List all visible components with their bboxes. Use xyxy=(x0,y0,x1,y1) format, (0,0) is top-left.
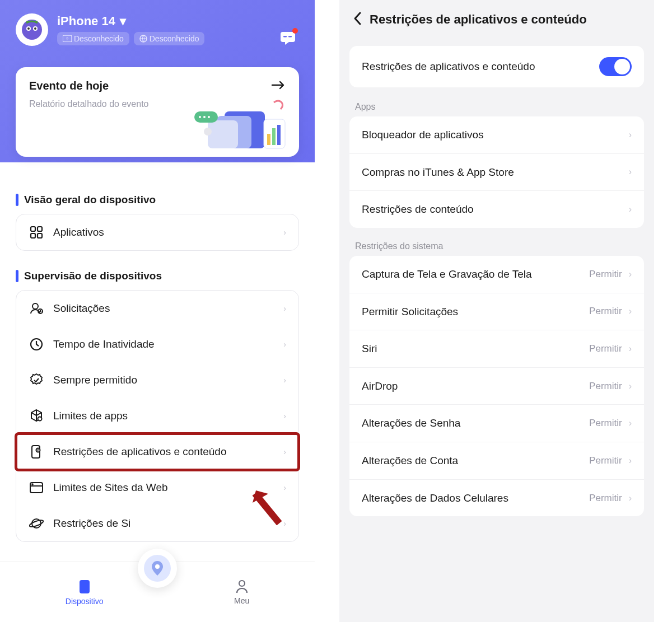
svg-point-24 xyxy=(204,128,212,135)
nav-me[interactable]: Meu xyxy=(234,579,249,605)
clock-icon xyxy=(29,336,44,352)
section-indicator-icon xyxy=(16,270,18,282)
notification-dot-icon xyxy=(292,28,298,34)
row-label: Alterações de Conta xyxy=(362,453,458,468)
device-selector[interactable]: iPhone 14 ▾ xyxy=(57,14,204,29)
chevron-right-icon: › xyxy=(283,228,286,237)
svg-rect-17 xyxy=(267,134,270,145)
row-label: Restrições de Si xyxy=(53,517,274,530)
nav-label: Dispositivo xyxy=(66,597,104,606)
chevron-right-icon: › xyxy=(283,483,286,492)
row-label: Solicitações xyxy=(53,302,274,315)
row-status: Permitir xyxy=(589,306,622,317)
row-label: Permitir Solicitações xyxy=(362,305,458,319)
itunes-purchases-row[interactable]: Compras no iTunes & App Store › xyxy=(349,153,644,191)
row-label: Limites de Sites da Web xyxy=(53,481,274,494)
row-label: AirDrop xyxy=(362,379,398,394)
page-title: Restrições de aplicativos e conteúdo xyxy=(370,12,587,27)
svg-rect-11 xyxy=(283,36,287,38)
web-limits-row[interactable]: Limites de Sites da Web › xyxy=(16,470,298,506)
row-status: Permitir xyxy=(589,381,622,392)
svg-point-3 xyxy=(27,27,30,30)
row-status: Permitir xyxy=(589,269,622,280)
toggle-label: Restrições de aplicativos e conteúdo xyxy=(362,60,535,73)
svg-rect-39 xyxy=(80,580,90,593)
svg-point-29 xyxy=(32,303,38,309)
svg-rect-12 xyxy=(288,36,292,38)
row-label: Captura de Tela e Gravação de Tela xyxy=(362,267,532,282)
svg-point-22 xyxy=(203,116,206,118)
svg-point-36 xyxy=(32,484,33,485)
chevron-right-icon: › xyxy=(629,204,632,214)
apps-row[interactable]: Aplicativos › xyxy=(16,214,298,250)
site-restrictions-row[interactable]: Restrições de Si › xyxy=(16,506,298,541)
content-restrictions-row[interactable]: Restrições de conteúdo › xyxy=(349,190,644,228)
chevron-right-icon: › xyxy=(629,306,632,316)
chat-button[interactable] xyxy=(277,27,299,49)
requests-row[interactable]: Solicitações › xyxy=(16,291,298,326)
siri-row[interactable]: Siri Permitir› xyxy=(349,330,644,367)
screen-recording-row[interactable]: Captura de Tela e Gravação de Tela Permi… xyxy=(349,256,644,293)
nav-device[interactable]: Dispositivo xyxy=(66,579,104,606)
svg-point-32 xyxy=(38,417,42,421)
chevron-right-icon: › xyxy=(629,418,632,428)
event-illustration xyxy=(191,99,289,155)
chevron-right-icon: › xyxy=(629,344,632,354)
row-status: Permitir xyxy=(589,455,622,466)
avatar[interactable] xyxy=(16,13,48,46)
row-label: Compras no iTunes & App Store xyxy=(362,165,514,180)
row-label: Bloqueador de aplicativos xyxy=(362,128,484,142)
airdrop-row[interactable]: AirDrop Permitir› xyxy=(349,367,644,405)
app-limits-row[interactable]: Limites de apps › xyxy=(16,398,298,434)
svg-rect-19 xyxy=(277,125,281,145)
svg-point-40 xyxy=(155,564,160,569)
svg-rect-25 xyxy=(31,227,35,231)
restrictions-toggle[interactable] xyxy=(599,57,632,76)
row-status: Permitir xyxy=(589,493,622,504)
svg-point-5 xyxy=(26,21,29,23)
content-restrictions-row[interactable]: Restrições de aplicativos e conteúdo › xyxy=(16,434,298,470)
phone-gear-icon xyxy=(29,444,44,460)
section-indicator-icon xyxy=(16,194,18,206)
chevron-right-icon: › xyxy=(283,447,286,456)
row-label: Restrições de conteúdo xyxy=(362,202,474,217)
back-button[interactable] xyxy=(353,11,362,28)
chevron-right-icon: › xyxy=(629,456,632,466)
event-card[interactable]: Evento de hoje Relatório detalhado do ev… xyxy=(16,67,299,157)
svg-rect-15 xyxy=(208,120,238,148)
chevron-right-icon: › xyxy=(629,269,632,279)
cellular-data-changes-row[interactable]: Alterações de Dados Celulares Permitir› xyxy=(349,479,644,517)
svg-rect-27 xyxy=(31,233,35,238)
account-changes-row[interactable]: Alterações de Conta Permitir› xyxy=(349,442,644,479)
chevron-down-icon: ▾ xyxy=(120,14,126,29)
password-changes-row[interactable]: Alterações de Senha Permitir› xyxy=(349,404,644,442)
app-blocker-row[interactable]: Bloqueador de aplicativos › xyxy=(349,116,644,153)
chevron-right-icon: › xyxy=(629,130,632,140)
requests-icon xyxy=(29,301,44,316)
svg-rect-28 xyxy=(38,233,42,238)
row-label: Restrições de aplicativos e conteúdo xyxy=(53,446,274,458)
section-title: Visão geral do dispositivo xyxy=(24,194,156,206)
chevron-right-icon: › xyxy=(283,519,286,528)
svg-point-34 xyxy=(36,448,40,452)
allow-requests-row[interactable]: Permitir Solicitações Permitir› xyxy=(349,293,644,330)
row-label: Aplicativos xyxy=(53,226,274,238)
cube-gear-icon xyxy=(29,408,44,424)
nav-label: Meu xyxy=(234,596,249,605)
row-label: Siri xyxy=(362,342,377,356)
downtime-row[interactable]: Tempo de Inatividade › xyxy=(16,326,298,362)
event-title: Evento de hoje xyxy=(29,79,109,92)
chevron-left-icon xyxy=(353,11,362,26)
location-fab[interactable] xyxy=(138,549,177,588)
svg-point-21 xyxy=(199,116,201,118)
apps-grid-icon xyxy=(29,225,44,240)
row-status: Permitir xyxy=(589,343,622,354)
toggle-knob-icon xyxy=(614,59,630,74)
svg-rect-18 xyxy=(272,128,276,145)
always-allowed-row[interactable]: Sempre permitido › xyxy=(16,362,298,398)
group-label: Apps xyxy=(339,94,654,116)
chevron-right-icon: › xyxy=(629,381,632,391)
browser-icon xyxy=(29,480,44,495)
svg-point-41 xyxy=(239,581,245,586)
device-name: iPhone 14 xyxy=(57,14,115,29)
